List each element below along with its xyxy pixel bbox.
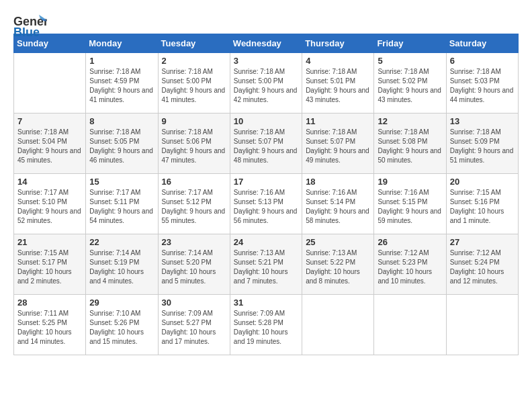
calendar-cell: 19Sunrise: 7:16 AMSunset: 5:15 PMDayligh… bbox=[374, 174, 446, 234]
day-number: 31 bbox=[234, 298, 298, 308]
calendar-cell: 17Sunrise: 7:16 AMSunset: 5:13 PMDayligh… bbox=[230, 174, 302, 234]
day-number: 6 bbox=[450, 56, 515, 66]
calendar-cell: 23Sunrise: 7:14 AMSunset: 5:20 PMDayligh… bbox=[158, 234, 230, 295]
day-number: 13 bbox=[450, 116, 515, 126]
day-number: 5 bbox=[378, 56, 442, 66]
day-number: 4 bbox=[306, 56, 370, 66]
day-info: Sunrise: 7:18 AMSunset: 5:07 PMDaylight:… bbox=[234, 128, 298, 165]
calendar-cell: 13Sunrise: 7:18 AMSunset: 5:09 PMDayligh… bbox=[446, 113, 518, 174]
calendar-cell: 2Sunrise: 7:18 AMSunset: 5:00 PMDaylight… bbox=[158, 53, 230, 113]
day-info: Sunrise: 7:16 AMSunset: 5:14 PMDaylight:… bbox=[306, 188, 370, 226]
week-row-3: 14Sunrise: 7:17 AMSunset: 5:10 PMDayligh… bbox=[14, 174, 519, 234]
day-info: Sunrise: 7:13 AMSunset: 5:22 PMDaylight:… bbox=[306, 248, 370, 286]
weekday-header-friday: Friday bbox=[374, 34, 446, 53]
day-info: Sunrise: 7:11 AMSunset: 5:25 PMDaylight:… bbox=[17, 309, 82, 347]
day-number: 22 bbox=[89, 237, 154, 247]
day-info: Sunrise: 7:18 AMSunset: 5:00 PMDaylight:… bbox=[162, 67, 226, 105]
day-number: 14 bbox=[17, 177, 82, 187]
week-row-4: 21Sunrise: 7:15 AMSunset: 5:17 PMDayligh… bbox=[14, 234, 519, 295]
day-number: 26 bbox=[378, 237, 442, 247]
day-info: Sunrise: 7:18 AMSunset: 5:08 PMDaylight:… bbox=[378, 128, 442, 165]
day-info: Sunrise: 7:13 AMSunset: 5:21 PMDaylight:… bbox=[234, 248, 298, 286]
day-info: Sunrise: 7:18 AMSunset: 5:06 PMDaylight:… bbox=[162, 128, 226, 165]
day-number: 18 bbox=[306, 177, 370, 187]
day-number: 7 bbox=[17, 116, 82, 126]
weekday-header-wednesday: Wednesday bbox=[230, 34, 302, 53]
calendar-cell: 24Sunrise: 7:13 AMSunset: 5:21 PMDayligh… bbox=[230, 234, 302, 295]
day-info: Sunrise: 7:09 AMSunset: 5:28 PMDaylight:… bbox=[234, 309, 298, 347]
day-number: 29 bbox=[89, 298, 154, 308]
day-info: Sunrise: 7:10 AMSunset: 5:26 PMDaylight:… bbox=[89, 309, 154, 347]
logo: General Blue bbox=[13, 13, 40, 27]
day-info: Sunrise: 7:12 AMSunset: 5:23 PMDaylight:… bbox=[378, 248, 442, 286]
day-info: Sunrise: 7:16 AMSunset: 5:15 PMDaylight:… bbox=[378, 188, 442, 226]
day-info: Sunrise: 7:18 AMSunset: 5:03 PMDaylight:… bbox=[450, 67, 515, 105]
day-info: Sunrise: 7:15 AMSunset: 5:16 PMDaylight:… bbox=[450, 188, 515, 226]
day-info: Sunrise: 7:12 AMSunset: 5:24 PMDaylight:… bbox=[450, 248, 515, 286]
day-number: 2 bbox=[162, 56, 226, 66]
weekday-header-monday: Monday bbox=[86, 34, 158, 53]
calendar-cell: 31Sunrise: 7:09 AMSunset: 5:28 PMDayligh… bbox=[230, 295, 302, 355]
day-info: Sunrise: 7:16 AMSunset: 5:13 PMDaylight:… bbox=[234, 188, 298, 226]
calendar-cell: 29Sunrise: 7:10 AMSunset: 5:26 PMDayligh… bbox=[86, 295, 158, 355]
day-number: 19 bbox=[378, 177, 442, 187]
calendar-cell: 22Sunrise: 7:14 AMSunset: 5:19 PMDayligh… bbox=[86, 234, 158, 295]
day-number: 15 bbox=[89, 177, 154, 187]
calendar-cell: 11Sunrise: 7:18 AMSunset: 5:07 PMDayligh… bbox=[302, 113, 374, 174]
day-info: Sunrise: 7:14 AMSunset: 5:19 PMDaylight:… bbox=[89, 248, 154, 286]
day-info: Sunrise: 7:18 AMSunset: 5:02 PMDaylight:… bbox=[378, 67, 442, 105]
day-info: Sunrise: 7:17 AMSunset: 5:10 PMDaylight:… bbox=[17, 188, 82, 226]
calendar-cell: 7Sunrise: 7:18 AMSunset: 5:04 PMDaylight… bbox=[14, 113, 86, 174]
day-info: Sunrise: 7:14 AMSunset: 5:20 PMDaylight:… bbox=[162, 248, 226, 286]
calendar-cell: 14Sunrise: 7:17 AMSunset: 5:10 PMDayligh… bbox=[14, 174, 86, 234]
week-row-1: 1Sunrise: 7:18 AMSunset: 4:59 PMDaylight… bbox=[14, 53, 519, 113]
calendar-cell: 18Sunrise: 7:16 AMSunset: 5:14 PMDayligh… bbox=[302, 174, 374, 234]
calendar-cell: 20Sunrise: 7:15 AMSunset: 5:16 PMDayligh… bbox=[446, 174, 518, 234]
day-info: Sunrise: 7:18 AMSunset: 5:09 PMDaylight:… bbox=[450, 128, 515, 165]
day-info: Sunrise: 7:18 AMSunset: 5:00 PMDaylight:… bbox=[234, 67, 298, 105]
calendar-cell bbox=[374, 295, 446, 355]
calendar-cell: 9Sunrise: 7:18 AMSunset: 5:06 PMDaylight… bbox=[158, 113, 230, 174]
day-info: Sunrise: 7:18 AMSunset: 5:05 PMDaylight:… bbox=[89, 128, 154, 165]
week-row-2: 7Sunrise: 7:18 AMSunset: 5:04 PMDaylight… bbox=[14, 113, 519, 174]
calendar-cell: 8Sunrise: 7:18 AMSunset: 5:05 PMDaylight… bbox=[86, 113, 158, 174]
calendar-cell: 15Sunrise: 7:17 AMSunset: 5:11 PMDayligh… bbox=[86, 174, 158, 234]
week-row-5: 28Sunrise: 7:11 AMSunset: 5:25 PMDayligh… bbox=[14, 295, 519, 355]
day-info: Sunrise: 7:18 AMSunset: 5:04 PMDaylight:… bbox=[17, 128, 82, 165]
day-number: 10 bbox=[234, 116, 298, 126]
day-number: 8 bbox=[89, 116, 154, 126]
day-number: 20 bbox=[450, 177, 515, 187]
day-number: 30 bbox=[162, 298, 226, 308]
day-number: 9 bbox=[162, 116, 226, 126]
weekday-header-tuesday: Tuesday bbox=[158, 34, 230, 53]
day-info: Sunrise: 7:17 AMSunset: 5:11 PMDaylight:… bbox=[89, 188, 154, 226]
day-number: 12 bbox=[378, 116, 442, 126]
day-info: Sunrise: 7:17 AMSunset: 5:12 PMDaylight:… bbox=[162, 188, 226, 226]
day-number: 3 bbox=[234, 56, 298, 66]
day-number: 1 bbox=[89, 56, 154, 66]
day-number: 28 bbox=[17, 298, 82, 308]
calendar-cell: 30Sunrise: 7:09 AMSunset: 5:27 PMDayligh… bbox=[158, 295, 230, 355]
day-info: Sunrise: 7:18 AMSunset: 5:07 PMDaylight:… bbox=[306, 128, 370, 165]
weekday-header-thursday: Thursday bbox=[302, 34, 374, 53]
calendar-cell: 16Sunrise: 7:17 AMSunset: 5:12 PMDayligh… bbox=[158, 174, 230, 234]
calendar-cell: 10Sunrise: 7:18 AMSunset: 5:07 PMDayligh… bbox=[230, 113, 302, 174]
day-number: 25 bbox=[306, 237, 370, 247]
page-header: General Blue bbox=[13, 13, 519, 27]
calendar-cell: 5Sunrise: 7:18 AMSunset: 5:02 PMDaylight… bbox=[374, 53, 446, 113]
calendar-cell bbox=[446, 295, 518, 355]
day-info: Sunrise: 7:18 AMSunset: 5:01 PMDaylight:… bbox=[306, 67, 370, 105]
day-info: Sunrise: 7:09 AMSunset: 5:27 PMDaylight:… bbox=[162, 309, 226, 347]
calendar-cell: 1Sunrise: 7:18 AMSunset: 4:59 PMDaylight… bbox=[86, 53, 158, 113]
calendar-cell bbox=[14, 53, 86, 113]
calendar-cell: 27Sunrise: 7:12 AMSunset: 5:24 PMDayligh… bbox=[446, 234, 518, 295]
day-number: 16 bbox=[162, 177, 226, 187]
calendar-cell: 12Sunrise: 7:18 AMSunset: 5:08 PMDayligh… bbox=[374, 113, 446, 174]
calendar-cell: 26Sunrise: 7:12 AMSunset: 5:23 PMDayligh… bbox=[374, 234, 446, 295]
calendar-table: SundayMondayTuesdayWednesdayThursdayFrid… bbox=[13, 34, 519, 355]
calendar-cell: 25Sunrise: 7:13 AMSunset: 5:22 PMDayligh… bbox=[302, 234, 374, 295]
day-number: 21 bbox=[17, 237, 82, 247]
calendar-cell: 3Sunrise: 7:18 AMSunset: 5:00 PMDaylight… bbox=[230, 53, 302, 113]
calendar-cell: 28Sunrise: 7:11 AMSunset: 5:25 PMDayligh… bbox=[14, 295, 86, 355]
weekday-header-saturday: Saturday bbox=[446, 34, 518, 53]
